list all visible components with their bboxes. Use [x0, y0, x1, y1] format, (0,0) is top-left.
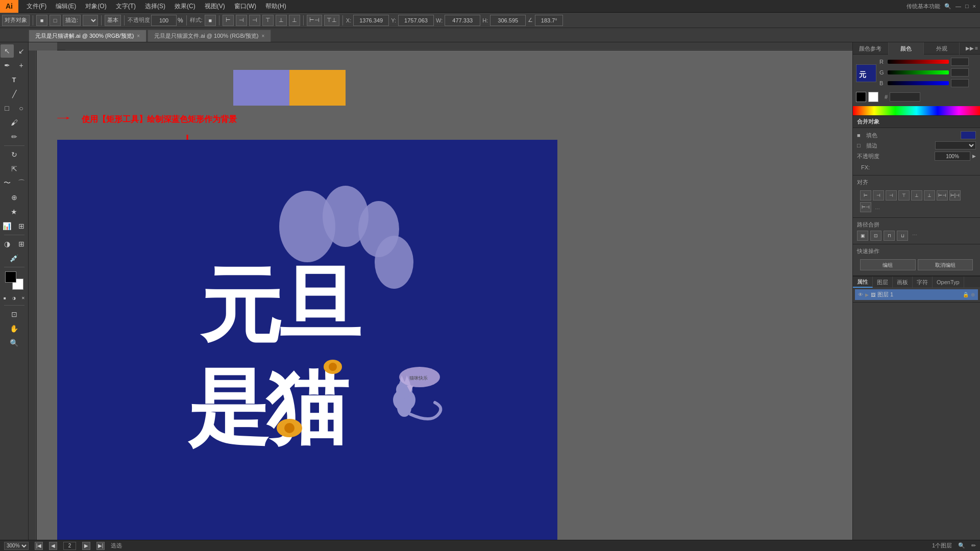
selection-options-btn[interactable]: 对齐对象	[2, 15, 30, 26]
stroke-btn[interactable]: □	[50, 15, 61, 26]
direct-selection-tool[interactable]: ↙	[15, 44, 28, 58]
g-slider[interactable]	[888, 70, 949, 74]
white-swatch[interactable]	[868, 92, 878, 102]
color-spectrum[interactable]	[853, 106, 980, 115]
path-minus[interactable]: ⊡	[870, 231, 881, 241]
layer-lock-icon[interactable]: 🔒	[963, 292, 969, 297]
distribute-h-btn[interactable]: ⊢⊣	[307, 15, 322, 26]
tab-1[interactable]: 元旦是只猫源文件.ai @ 100% (RGB/预览) ×	[148, 30, 271, 42]
tab-appearance[interactable]: 外观	[924, 42, 960, 55]
stroke-weight-select[interactable]	[935, 141, 976, 149]
btab-properties[interactable]: 属性	[853, 277, 873, 288]
opacity-right-input[interactable]	[935, 152, 970, 161]
canvas-wrapper[interactable]: 使用【矩形工具】绘制深蓝色矩形作为背景 → 元旦	[29, 42, 852, 540]
opacity-input[interactable]	[151, 15, 177, 26]
color-boxes[interactable]	[5, 271, 23, 290]
menu-select[interactable]: 选择(S)	[141, 1, 169, 12]
artboard-tool[interactable]: ⊡	[8, 308, 21, 321]
window-minimize[interactable]: —	[955, 3, 961, 9]
stroke-select[interactable]	[83, 15, 98, 26]
rect-tool[interactable]: □	[1, 102, 14, 115]
align-center-v-btn[interactable]: ⊥	[276, 15, 287, 26]
warp-tool[interactable]: 〜	[1, 177, 14, 190]
gradient-mode-btn[interactable]: ◑	[10, 294, 18, 302]
hex-input[interactable]	[890, 92, 920, 102]
panel-expand-icon[interactable]: ▶▶	[966, 45, 974, 51]
window-close[interactable]: ×	[973, 3, 976, 9]
add-anchor-tool[interactable]: +	[15, 59, 28, 72]
layer-row-1[interactable]: 👁 ▶ 🖼 图层 1 🔒 ⊕	[855, 289, 978, 300]
graph-tool[interactable]: 📊	[1, 219, 14, 233]
align-bottom[interactable]: ⊥	[924, 190, 935, 201]
tab-0[interactable]: 元旦是只猫讲解.ai @ 300% (RGB/预览) ×	[29, 30, 146, 42]
align-center-h-btn[interactable]: ⊣	[236, 15, 247, 26]
layer-add-icon[interactable]: ⊕	[971, 292, 975, 297]
line-tool[interactable]: ╱	[8, 87, 21, 101]
y-input[interactable]	[398, 15, 434, 26]
btab-layers[interactable]: 图层	[873, 277, 893, 288]
mesh-tool[interactable]: ⊞	[15, 237, 28, 251]
workspace-label[interactable]: 传统基本功能	[906, 3, 940, 10]
panel-menu-icon[interactable]: ≡	[975, 45, 978, 51]
b-slider[interactable]	[888, 81, 949, 85]
color-mode-btn[interactable]: ■	[1, 294, 9, 302]
pencil-tool[interactable]: ✏	[8, 130, 21, 143]
btab-char[interactable]: 字符	[913, 277, 933, 288]
btab-opentype[interactable]: OpenTyp	[933, 277, 964, 288]
variable-btn[interactable]: 描边:	[63, 15, 81, 26]
align-left[interactable]: ⊢	[860, 190, 871, 201]
opacity-arrow[interactable]: ▶	[972, 154, 976, 159]
angle-input[interactable]	[535, 15, 563, 26]
gradient-tool[interactable]: ◑	[1, 237, 14, 251]
ellipse-tool[interactable]: ○	[15, 102, 28, 115]
none-mode-btn[interactable]: ✕	[19, 294, 28, 302]
menu-help[interactable]: 帮助(H)	[261, 1, 290, 12]
edit-artboard-icon[interactable]: ✏	[971, 542, 976, 549]
menu-file[interactable]: 文件(F)	[22, 1, 51, 12]
distribute-left[interactable]: ⊢⊣	[937, 190, 948, 201]
x-input[interactable]	[353, 15, 389, 26]
ungroup-btn[interactable]: 取消编组	[918, 259, 973, 270]
rotate-tool[interactable]: ↻	[8, 148, 21, 161]
distribute-right[interactable]: ⊢⊣	[860, 202, 871, 212]
menu-text[interactable]: 文字(T)	[112, 1, 140, 12]
style-btn[interactable]: ■	[205, 15, 216, 26]
fg-color-box[interactable]	[5, 271, 16, 283]
next-artboard-btn[interactable]: ▶	[82, 542, 90, 550]
symbol-sprayer-tool[interactable]: ★	[8, 205, 21, 218]
align-top[interactable]: ⊤	[898, 190, 910, 201]
pen-tool[interactable]: ✒	[1, 59, 14, 72]
search-icon[interactable]: 🔍	[944, 3, 951, 10]
menu-edit[interactable]: 编辑(E)	[52, 1, 80, 12]
fill-btn[interactable]: ■	[36, 15, 47, 26]
align-center-v[interactable]: ⊥	[911, 190, 922, 201]
menu-object[interactable]: 对象(O)	[81, 1, 110, 12]
path-unite[interactable]: ▣	[857, 231, 868, 241]
type-tool[interactable]: T	[8, 73, 21, 86]
align-top-btn[interactable]: ⊤	[262, 15, 274, 26]
first-artboard-btn[interactable]: |◀	[35, 542, 43, 550]
layer-visibility-icon[interactable]: 👁	[858, 292, 863, 297]
w-input[interactable]	[445, 15, 480, 26]
canvas-content[interactable]: 使用【矩形工具】绘制深蓝色矩形作为背景 → 元旦	[37, 51, 852, 540]
window-maximize[interactable]: □	[965, 3, 969, 9]
artwork-thumbnail[interactable]: 元	[856, 64, 876, 82]
h-input[interactable]	[490, 15, 526, 26]
menu-view[interactable]: 视图(V)	[201, 1, 229, 12]
black-swatch[interactable]	[856, 92, 866, 102]
path-intersect[interactable]: ⊓	[884, 231, 895, 241]
path-exclude[interactable]: ⊔	[897, 231, 908, 241]
btab-artboards[interactable]: 画板	[893, 277, 913, 288]
grid-tool[interactable]: ⊞	[15, 219, 28, 233]
align-center-h[interactable]: ⊣	[873, 190, 884, 201]
r-slider[interactable]	[888, 60, 949, 64]
b-value[interactable]	[951, 79, 969, 87]
align-bottom-btn[interactable]: ⊥	[289, 15, 300, 26]
align-right-btn[interactable]: ⊣	[249, 15, 260, 26]
fill-color-box[interactable]	[961, 131, 976, 139]
align-left-btn[interactable]: ⊢	[223, 15, 234, 26]
zoom-select[interactable]: 300%	[4, 542, 29, 550]
tab-color[interactable]: 颜色	[889, 42, 924, 55]
paintbrush-tool[interactable]: 🖌	[8, 116, 21, 129]
fill-select-btn[interactable]: 基本	[105, 15, 121, 26]
